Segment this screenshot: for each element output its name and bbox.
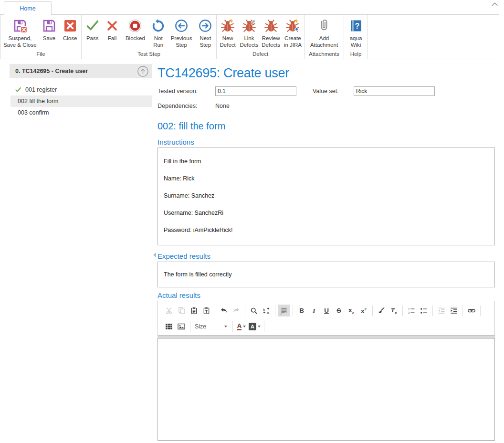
- button-label: Save: [43, 35, 55, 42]
- fail-button[interactable]: Fail: [103, 16, 121, 51]
- toolbar-separator: [275, 306, 275, 316]
- undo-icon[interactable]: [218, 305, 230, 316]
- text-color-button[interactable]: A: [235, 320, 248, 332]
- ribbon-group-help: ? aqua Wiki Help: [344, 15, 368, 59]
- underline-icon[interactable]: U: [320, 305, 333, 316]
- paste-icon[interactable]: [188, 305, 200, 316]
- test-case-title: 0. TC142695 - Create user: [15, 68, 137, 74]
- suspend-save-close-button[interactable]: Suspend, Save & Close: [1, 16, 39, 51]
- toolbar-separator: [245, 306, 245, 316]
- step-label: 003 confirm: [18, 109, 49, 116]
- save-button[interactable]: Save: [40, 16, 59, 51]
- expected-results-text: The form is filled correctly: [164, 271, 489, 278]
- add-attachment-button[interactable]: Add Attachment: [306, 16, 342, 51]
- chevron-down-icon: [243, 326, 246, 327]
- font-size-dropdown[interactable]: Size: [193, 323, 230, 330]
- bug-link-icon: [242, 17, 256, 34]
- editor-toolbar-row-1: ba I B I U S x2 x2 Tx 1: [163, 303, 490, 318]
- not-run-reset-icon: [151, 17, 165, 34]
- aqua-wiki-button[interactable]: ? aqua Wiki: [346, 16, 367, 51]
- button-label: Blocked: [126, 35, 145, 42]
- value-set-input[interactable]: [354, 86, 435, 96]
- ribbon-group-attachments: Add Attachment Attachments: [304, 15, 344, 59]
- toolbar-separator: [372, 306, 373, 316]
- remove-format-icon[interactable]: Tx: [388, 305, 400, 316]
- passed-check-icon: [15, 86, 21, 93]
- redo-icon[interactable]: [230, 305, 242, 316]
- italic-icon[interactable]: I: [308, 305, 320, 316]
- close-button[interactable]: Close: [60, 16, 80, 51]
- select-all-icon[interactable]: I: [278, 305, 290, 316]
- save-icon: [42, 17, 56, 34]
- strikethrough-icon[interactable]: S: [333, 305, 345, 316]
- decrease-indent-icon[interactable]: [435, 305, 448, 316]
- background-color-button[interactable]: A: [248, 320, 262, 332]
- expected-results-box: The form is filled correctly: [158, 262, 495, 287]
- new-defect-button[interactable]: New Defect: [218, 16, 238, 51]
- blocked-stop-icon: [128, 17, 142, 34]
- image-icon[interactable]: [175, 320, 188, 332]
- superscript-icon[interactable]: x2: [357, 305, 370, 316]
- step-item-003-confirm[interactable]: 003 confirm: [10, 107, 152, 118]
- editor-toolbar: ba I B I U S x2 x2 Tx 1: [158, 301, 495, 336]
- background-color-icon: A: [249, 323, 256, 330]
- tested-version-label: Tested version:: [158, 88, 215, 95]
- numbered-list-icon[interactable]: 12: [405, 305, 418, 316]
- instruction-line: Surname: Sanchez: [164, 192, 489, 200]
- copy-icon[interactable]: [175, 305, 188, 316]
- group-label-defect: Defect: [217, 51, 304, 59]
- create-in-jira-button[interactable]: Create in JIRA: [283, 16, 303, 51]
- previous-step-button[interactable]: Previous Step: [168, 16, 194, 51]
- replace-icon[interactable]: ba: [260, 305, 273, 316]
- copy-formatting-icon[interactable]: [375, 305, 388, 316]
- find-icon[interactable]: [248, 305, 260, 316]
- button-label: Suspend, Save & Close: [1, 35, 39, 48]
- not-run-button[interactable]: Not Run: [149, 16, 167, 51]
- step-section-title: 002: fill the form: [158, 121, 495, 132]
- button-label: Create in JIRA: [283, 35, 303, 48]
- bug-new-icon: [220, 17, 235, 34]
- group-label-file: File: [0, 51, 81, 59]
- tab-home[interactable]: Home: [4, 1, 52, 15]
- tested-version-input[interactable]: [215, 86, 296, 96]
- svg-text:a: a: [267, 311, 270, 315]
- chevron-down-icon: [258, 326, 261, 327]
- paste-plain-text-icon[interactable]: [200, 305, 212, 316]
- close-icon: [63, 17, 77, 34]
- test-steps-sidebar: 0. TC142695 - Create user 001 register 0…: [0, 59, 153, 443]
- review-defects-button[interactable]: Review Defects: [261, 16, 282, 51]
- subscript-icon[interactable]: x2: [345, 305, 357, 316]
- ribbon: Suspend, Save & Close Save: [0, 14, 499, 59]
- bulleted-list-icon[interactable]: [418, 305, 430, 316]
- page-title: TC142695: Create user: [158, 66, 495, 80]
- group-label-test-step: Test Step: [82, 51, 216, 59]
- step-list: 001 register 002 fill the form 003 confi…: [10, 84, 152, 118]
- pass-button[interactable]: Pass: [83, 16, 102, 51]
- table-icon[interactable]: [163, 320, 175, 332]
- editor-toolbar-row-2: Size A A: [163, 318, 490, 334]
- bold-icon[interactable]: B: [295, 305, 308, 316]
- collapse-ribbon-button[interactable]: [491, 2, 498, 7]
- chevron-up-icon: [491, 2, 498, 7]
- dependencies-value: None: [215, 103, 230, 109]
- step-item-002-fill-the-form[interactable]: 002 fill the form: [10, 95, 152, 107]
- link-icon[interactable]: [465, 305, 478, 316]
- next-step-button[interactable]: Next Step: [196, 16, 215, 51]
- blocked-button[interactable]: Blocked: [122, 16, 148, 51]
- actual-results-text-area[interactable]: [158, 338, 495, 441]
- instruction-line: Username: SanchezRi: [164, 209, 489, 217]
- cut-icon[interactable]: [163, 305, 175, 316]
- toolbar-separator: [462, 306, 463, 316]
- increase-indent-icon[interactable]: [448, 305, 460, 316]
- toolbar-separator: [402, 306, 403, 316]
- link-defects-button[interactable]: Link Defects: [239, 16, 259, 51]
- instructions-heading: Instructions: [158, 138, 495, 146]
- svg-text:I: I: [281, 312, 282, 315]
- circle-up-arrow-icon[interactable]: [137, 65, 149, 77]
- expected-results-heading: Expected results: [158, 252, 495, 260]
- toolbar-separator: [480, 306, 481, 316]
- button-label: Next Step: [196, 35, 215, 48]
- toolbar-separator: [264, 321, 264, 332]
- step-item-001-register[interactable]: 001 register: [10, 84, 152, 95]
- ribbon-group-test-step: Pass Fail Blocked: [82, 15, 217, 59]
